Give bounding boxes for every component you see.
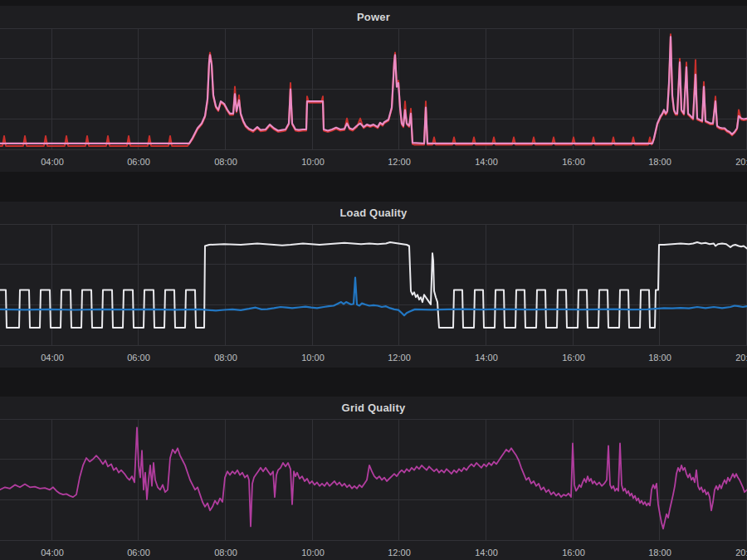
x-tick-label: 12:00 — [388, 157, 411, 167]
x-tick-label: 08:00 — [214, 353, 237, 363]
series-load-white — [0, 242, 747, 328]
x-tick-label: 10:00 — [301, 548, 325, 558]
panel-load-quality: Load Quality 04:0006:0008:0010:0012:0014… — [0, 202, 747, 368]
x-tick-label: 08:00 — [214, 157, 237, 167]
x-tick-label: 06:00 — [127, 548, 150, 558]
power-plot-area[interactable] — [0, 28, 747, 150]
x-tick-label: 04:00 — [41, 157, 64, 167]
x-tick-label: 04:00 — [41, 353, 64, 363]
chart-canvas — [0, 224, 747, 346]
panel-grid-quality-header: Grid Quality — [0, 397, 747, 419]
x-tick-label: 16:00 — [562, 157, 585, 167]
load-quality-plot-area[interactable] — [0, 224, 747, 346]
x-tick-label: 06:00 — [127, 157, 150, 167]
series-grid-magenta — [0, 427, 747, 528]
x-tick-label: 18:00 — [648, 157, 671, 167]
grid-quality-x-axis: 04:0006:0008:0010:0012:0014:0016:0018:00… — [0, 544, 747, 560]
panel-power-header: Power — [0, 6, 747, 28]
load-quality-x-axis: 04:0006:0008:0010:0012:0014:0016:0018:00… — [0, 349, 747, 368]
x-tick-label: 10:00 — [301, 353, 325, 363]
x-tick-label: 08:00 — [214, 548, 237, 558]
chart-canvas — [0, 28, 747, 150]
x-tick-label: 14:00 — [475, 548, 498, 558]
x-tick-label: 20:00 — [735, 157, 747, 167]
x-tick-label: 20:00 — [735, 353, 747, 363]
panel-load-quality-header: Load Quality — [0, 202, 747, 224]
x-tick-label: 06:00 — [127, 353, 150, 363]
panel-grid-quality-title[interactable]: Grid Quality — [342, 402, 406, 414]
x-tick-label: 18:00 — [648, 548, 671, 558]
x-tick-label: 16:00 — [562, 353, 585, 363]
x-tick-label: 16:00 — [562, 548, 585, 558]
x-tick-label: 18:00 — [648, 353, 671, 363]
grid-quality-plot-area[interactable] — [0, 419, 747, 541]
series-power-red — [0, 34, 747, 146]
x-tick-label: 20:00 — [735, 548, 747, 558]
panel-power: Power 04:0006:0008:0010:0012:0014:0016:0… — [0, 6, 747, 172]
x-tick-label: 14:00 — [475, 353, 498, 363]
x-tick-label: 10:00 — [301, 157, 325, 167]
x-tick-label: 12:00 — [388, 353, 411, 363]
x-tick-label: 14:00 — [475, 157, 498, 167]
chart-canvas — [0, 419, 747, 541]
panel-power-title[interactable]: Power — [357, 11, 390, 23]
x-tick-label: 04:00 — [41, 548, 64, 558]
x-tick-label: 12:00 — [388, 548, 411, 558]
series-power-pink — [0, 37, 747, 144]
dashboard: { "accent_colors": { "page_background": … — [0, 0, 747, 560]
power-x-axis: 04:0006:0008:0010:0012:0014:0016:0018:00… — [0, 153, 747, 172]
panel-grid-quality: Grid Quality 04:0006:0008:0010:0012:0014… — [0, 397, 747, 560]
panel-load-quality-title[interactable]: Load Quality — [339, 207, 407, 219]
